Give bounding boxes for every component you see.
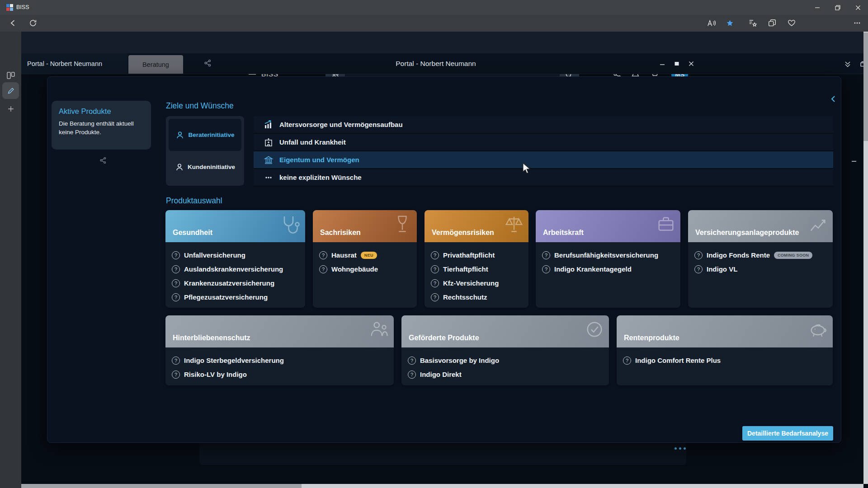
goal-row-unfall[interactable]: Unfall und Krankheit [254, 134, 833, 151]
product-item[interactable]: ?Indigo Sterbegeldversicherung [172, 353, 387, 367]
horizontal-scrollbar-thumb[interactable] [21, 484, 302, 488]
edge-sidebar [0, 32, 21, 488]
product-item[interactable]: ?Wohngebäude [319, 262, 410, 276]
product-item[interactable]: ?Privathaftpflicht [431, 248, 522, 262]
tab-portal[interactable]: Portal - Norbert Neumann [21, 53, 127, 74]
new-tab-icon[interactable] [2, 100, 19, 117]
product-card-rentenprodukte: Rentenprodukte ?Indigo Comfort Rente Plu… [617, 315, 833, 385]
product-item[interactable]: ? Hausrat NEU [319, 248, 410, 262]
browser-menu-icon[interactable] [849, 17, 865, 29]
read-aloud-icon[interactable] [704, 17, 719, 29]
initiative-kunden-button[interactable]: Kundeninitiative [169, 151, 241, 183]
product-label: Pflegezusatzversicherung [184, 293, 268, 301]
window-minimize-button[interactable] [807, 0, 827, 15]
products-heading: Produktauswahl [166, 196, 222, 206]
goal-row-altersvorsorge[interactable]: Altersvorsorge und Vermögensaufbau [254, 116, 833, 134]
help-icon: ? [431, 265, 439, 273]
product-label: Hausrat [331, 251, 357, 259]
help-icon: ? [319, 265, 327, 273]
goal-row-keine-wuensche[interactable]: keine expliziten Wünsche [254, 169, 833, 187]
refresh-icon[interactable] [25, 17, 41, 29]
vertical-scrollbar-thumb[interactable] [863, 33, 868, 141]
product-label: Indigo Comfort Rente Plus [635, 357, 721, 364]
goal-row-eigentum[interactable]: Eigentum und Vermögen [254, 151, 833, 169]
more-menu-icon[interactable] [675, 447, 686, 450]
product-item[interactable]: ?Kfz-Versicherung [431, 276, 522, 290]
goal-label: Unfall und Krankheit [279, 138, 346, 146]
product-item[interactable]: ? Indigo Fonds Rente COMING SOON [694, 248, 826, 262]
beratung-minimize-button[interactable] [848, 155, 860, 166]
initiative-panel: Beraterinitiative Kundeninitiative [166, 116, 244, 186]
initiative-berater-label: Beraterinitiative [188, 131, 234, 138]
window-restore-button[interactable] [827, 0, 848, 15]
ellipsis-icon [264, 173, 274, 183]
stethoscope-icon [280, 214, 301, 235]
product-item[interactable]: ?Berufsunfähigkeitsversicherung [542, 248, 674, 262]
help-icon: ? [172, 251, 180, 259]
product-item[interactable]: ?Unfallversicherung [172, 248, 299, 262]
bank-icon [264, 155, 274, 165]
tab-beratung[interactable]: Beratung [128, 55, 183, 74]
portal-close-button[interactable] [685, 58, 697, 70]
product-item[interactable]: ?Tierhaftpflicht [431, 262, 522, 276]
browser-tab-title[interactable]: BISS [16, 4, 29, 10]
site-favicon [6, 4, 13, 11]
active-sidebar-tool-icon[interactable] [2, 82, 19, 99]
product-item[interactable]: ?Risiko-LV by Indigo [172, 367, 387, 381]
portal-minimize-button[interactable] [656, 58, 668, 70]
card-title: Vermögensrisiken [432, 229, 494, 237]
product-item[interactable]: ?Pflegezusatzversicherung [172, 290, 299, 304]
mouse-cursor [523, 163, 531, 174]
beratung-window-titlebar: Beratung [47, 76, 841, 92]
initiative-berater-button[interactable]: Beraterinitiative [169, 119, 241, 151]
product-item[interactable]: ?Indigo VL [694, 262, 826, 276]
favorites-bar-icon[interactable] [745, 17, 760, 29]
neu-badge: NEU [361, 252, 377, 259]
product-label: Wohngebäude [331, 265, 378, 273]
product-item[interactable]: ?Indigo Krankentagegeld [542, 262, 674, 276]
collections-icon[interactable] [764, 17, 780, 29]
detail-analysis-label: Detaillierte Bedarfsanalyse [747, 430, 828, 437]
help-icon: ? [172, 265, 180, 273]
collapse-all-icon[interactable] [842, 58, 854, 70]
product-card-vermoegensrisiken: Vermögensrisiken ?Privathaftpflicht ?Tie… [425, 210, 528, 308]
chart-growth-icon [264, 120, 274, 130]
product-item[interactable]: ?Auslandskrankenversicherung [172, 262, 299, 276]
help-icon: ? [694, 265, 703, 273]
product-label: Privathaftpflicht [443, 251, 495, 259]
chart-line-icon [808, 214, 828, 234]
active-products-card: Aktive Produkte Die Beratung enthält akt… [52, 101, 151, 150]
browser-essentials-icon[interactable] [784, 17, 799, 29]
product-item[interactable]: ?Indigo Comfort Rente Plus [623, 353, 826, 367]
card-title: Hinterbliebenenschutz [173, 334, 250, 342]
help-icon: ? [172, 293, 180, 301]
back-icon[interactable] [5, 17, 21, 29]
product-item[interactable]: ?Indigo Direkt [408, 367, 603, 381]
help-icon: ? [172, 357, 180, 365]
card-title: Versicherungsanlageprodukte [695, 229, 799, 237]
window-close-button[interactable] [848, 0, 868, 15]
help-icon: ? [408, 357, 416, 365]
collapse-panel-chevron-icon[interactable] [831, 96, 835, 102]
portal-window-controls [656, 58, 697, 70]
product-item[interactable]: ?Basisvorsorge by Indigo [408, 353, 603, 367]
help-icon: ? [542, 251, 550, 259]
product-item[interactable]: ?Krankenzusatzversicherung [172, 276, 299, 290]
product-card-hinterbliebenenschutz: Hinterbliebenenschutz ?Indigo Sterbegeld… [165, 315, 394, 385]
tab-portal-label: Portal - Norbert Neumann [27, 60, 102, 67]
product-item[interactable]: ?Rechtsschutz [431, 290, 522, 304]
goal-label: keine expliziten Wünsche [279, 174, 362, 181]
favorite-star-icon[interactable] [722, 17, 737, 29]
vertical-tabs-icon[interactable] [2, 67, 19, 84]
coming-soon-badge: COMING SOON [774, 252, 812, 259]
product-label: Rechtsschutz [443, 293, 487, 301]
portal-maximize-button[interactable] [671, 58, 683, 70]
detail-analysis-button[interactable]: Detaillierte Bedarfsanalyse [742, 426, 833, 441]
screen: BISS [0, 0, 868, 488]
product-label: Unfallversicherung [184, 251, 245, 259]
product-label: Basisvorsorge by Indigo [420, 357, 499, 364]
tab-beratung-label: Beratung [142, 61, 169, 68]
product-card-arbeitskraft: Arbeitskraft ?Berufsunfähigkeitsversiche… [536, 210, 680, 308]
app-header: BISS [21, 32, 863, 53]
product-label: Indigo Direkt [420, 371, 462, 378]
